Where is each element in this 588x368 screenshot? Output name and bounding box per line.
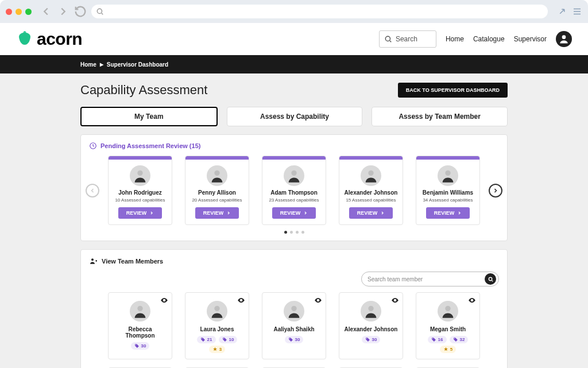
- global-search[interactable]: Search: [379, 30, 436, 48]
- tab-my-team[interactable]: My Team: [80, 107, 218, 126]
- svg-point-17: [223, 338, 224, 339]
- tab-by-capability[interactable]: Assess by Capability: [227, 107, 363, 126]
- carousel-next-button[interactable]: [489, 184, 502, 197]
- svg-point-12: [137, 306, 142, 311]
- clock-icon: [89, 142, 97, 150]
- member-chips: 30: [285, 336, 304, 343]
- review-button[interactable]: REVIEW: [349, 207, 393, 219]
- pagination-dot[interactable]: [284, 231, 287, 234]
- person-subtitle: 34 Assessed capabilities: [423, 197, 473, 203]
- team-search-input[interactable]: Search team member: [361, 272, 499, 286]
- team-search-button[interactable]: [485, 273, 496, 285]
- person-name: Adam Thompson: [270, 189, 318, 196]
- tag-chip: 21: [197, 336, 216, 343]
- minimize-window-dot[interactable]: [16, 9, 22, 15]
- svg-point-14: [241, 300, 242, 301]
- person-subtitle: 15 Assessed capabilities: [346, 197, 396, 203]
- tab-by-member[interactable]: Assess by Team Member: [372, 107, 508, 126]
- person-subtitle: 20 Assessed capabilities: [192, 197, 242, 203]
- tag-chip: 16: [428, 336, 447, 343]
- member-name: Rebecca Thompson: [113, 326, 167, 339]
- svg-point-11: [164, 300, 165, 301]
- team-member-card: Laura Jones21103: [185, 292, 249, 359]
- view-member-button[interactable]: [391, 296, 399, 304]
- breadcrumb-home[interactable]: Home: [80, 61, 96, 68]
- svg-point-23: [366, 338, 367, 339]
- tag-chip: 30: [285, 336, 304, 343]
- chevron-right-icon: [457, 211, 462, 215]
- svg-point-16: [202, 338, 202, 339]
- nav-home[interactable]: Home: [446, 35, 464, 43]
- team-search-placeholder: Search team member: [368, 276, 481, 282]
- expand-icon[interactable]: [557, 6, 567, 17]
- card-accent-bar: [416, 156, 479, 160]
- svg-point-13: [136, 344, 136, 345]
- pending-card: John Rodriguez10 Assessed capabilitiesRE…: [108, 156, 172, 225]
- review-button[interactable]: REVIEW: [118, 207, 163, 219]
- view-member-button[interactable]: [468, 296, 476, 304]
- carousel-pagination: [89, 231, 499, 234]
- review-button[interactable]: REVIEW: [195, 207, 239, 219]
- person-avatar: [361, 301, 381, 321]
- person-avatar: [207, 165, 227, 186]
- menu-icon[interactable]: [572, 6, 582, 17]
- review-button[interactable]: REVIEW: [272, 207, 316, 219]
- person-subtitle: 10 Assessed capabilities: [115, 197, 165, 203]
- svg-point-7: [368, 171, 373, 176]
- carousel-prev-button[interactable]: [86, 184, 99, 197]
- nav-supervisor[interactable]: Supervisor: [514, 35, 547, 43]
- pagination-dot[interactable]: [301, 231, 304, 234]
- svg-point-25: [445, 306, 450, 311]
- svg-point-24: [471, 300, 473, 301]
- pending-card: Adam Thompson23 Assessed capabilitiesREV…: [262, 156, 326, 225]
- person-subtitle: 23 Assessed capabilities: [269, 197, 319, 203]
- card-accent-bar: [109, 156, 172, 160]
- brand-name: acorn: [37, 29, 82, 49]
- pagination-dot[interactable]: [296, 231, 299, 234]
- chevron-right-icon: [303, 211, 308, 215]
- card-accent-bar: [339, 156, 403, 160]
- browser-address-bar[interactable]: [91, 5, 548, 18]
- browser-back-icon[interactable]: [40, 5, 52, 18]
- svg-point-5: [214, 171, 219, 176]
- browser-forward-icon[interactable]: [57, 5, 69, 18]
- svg-point-10: [489, 277, 492, 281]
- team-member-card: Aaliyah Shaikh30: [262, 292, 326, 359]
- search-icon: [384, 35, 392, 43]
- person-avatar: [207, 301, 227, 321]
- chevron-right-icon: [149, 211, 154, 215]
- user-avatar[interactable]: [556, 31, 572, 47]
- view-member-button[interactable]: [160, 296, 168, 304]
- tag-chip: 30: [131, 342, 150, 350]
- pagination-dot[interactable]: [290, 231, 293, 234]
- svg-point-1: [385, 36, 390, 41]
- close-window-dot[interactable]: [6, 9, 12, 15]
- svg-point-19: [291, 306, 296, 311]
- pending-card: Penny Allison20 Assessed capabilitiesREV…: [185, 156, 249, 225]
- pending-assessment-panel: Pending Assessment Review (15) John Rodr…: [80, 134, 508, 241]
- svg-point-9: [91, 258, 94, 261]
- star-chip: 3: [209, 346, 225, 353]
- svg-point-4: [137, 171, 142, 176]
- back-to-dashboard-button[interactable]: BACK TO SUPERVISOR DASHBOARD: [398, 83, 508, 98]
- person-icon: [558, 33, 570, 45]
- nav-catalogue[interactable]: Catalogue: [473, 35, 505, 43]
- view-team-panel: View Team Members Search team member Reb…: [80, 249, 508, 368]
- review-button[interactable]: REVIEW: [426, 207, 470, 219]
- person-name: John Rodriguez: [118, 189, 162, 196]
- page-title: Capability Assessment: [80, 83, 207, 98]
- chevron-right-icon: [226, 211, 231, 215]
- people-icon: [89, 257, 98, 266]
- member-stars: 5: [440, 346, 456, 353]
- person-avatar: [130, 165, 150, 186]
- view-member-button[interactable]: [237, 296, 245, 304]
- maximize-window-dot[interactable]: [25, 9, 32, 15]
- view-member-button[interactable]: [314, 296, 322, 304]
- person-avatar: [438, 165, 458, 186]
- person-avatar: [284, 165, 304, 186]
- person-avatar: [361, 165, 381, 186]
- browser-refresh-icon[interactable]: [74, 5, 87, 18]
- svg-point-8: [445, 171, 450, 176]
- brand-logo[interactable]: acorn: [16, 29, 82, 49]
- pending-carousel: John Rodriguez10 Assessed capabilitiesRE…: [89, 156, 499, 225]
